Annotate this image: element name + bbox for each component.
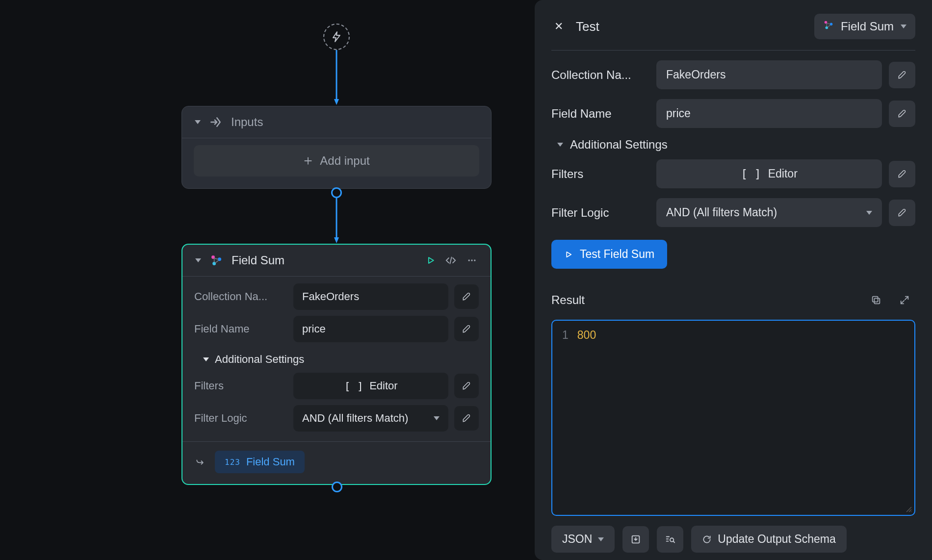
format-selector[interactable]: JSON: [551, 526, 615, 553]
result-line-number: 1: [562, 329, 569, 342]
test-panel: ✕ Test Field Sum Collection Na... Field …: [535, 0, 932, 560]
collection-name-input[interactable]: [293, 283, 448, 310]
filter-logic-select[interactable]: AND (All filters Match): [293, 405, 448, 432]
field-sum-node-title: Field Sum: [232, 254, 285, 267]
pencil-icon: [897, 208, 907, 218]
additional-settings-toggle[interactable]: Additional Settings: [194, 348, 479, 373]
play-icon: [564, 250, 573, 259]
output-field-sum-chip[interactable]: 123 Field Sum: [215, 451, 305, 473]
field-name-label: Field Name: [194, 323, 287, 335]
chevron-down-icon: [434, 416, 440, 420]
field-name-edit-button[interactable]: [454, 317, 479, 341]
filter-logic-edit-button[interactable]: [454, 406, 479, 431]
panel-collection-name-input[interactable]: [656, 60, 882, 89]
svg-point-8: [471, 259, 472, 261]
copy-icon: [871, 295, 881, 305]
field-name-row: Field Name: [194, 316, 479, 342]
workflow-canvas[interactable]: Inputs Add input: [0, 0, 530, 560]
trigger-node[interactable]: [323, 24, 350, 50]
expand-result-button[interactable]: [894, 289, 915, 311]
filter-logic-row: Filter Logic AND (All filters Match): [194, 405, 479, 432]
collection-name-edit-button[interactable]: [454, 284, 479, 309]
test-panel-title: Test: [576, 19, 599, 34]
pencil-icon: [462, 413, 471, 423]
panel-filters-edit-button[interactable]: [889, 161, 915, 187]
filters-label: Filters: [194, 380, 287, 392]
panel-collection-name-label: Collection Na...: [551, 68, 649, 82]
pencil-icon: [462, 292, 471, 302]
brackets-icon: [ ]: [344, 380, 363, 392]
field-sum-node[interactable]: Field Sum Collection Na... Field Name: [181, 244, 492, 485]
close-button[interactable]: ✕: [551, 20, 566, 33]
panel-filter-logic-select[interactable]: AND (All filters Match): [656, 198, 882, 227]
refresh-icon: [702, 535, 712, 544]
inspect-output-button[interactable]: [657, 526, 683, 553]
result-header: Result: [551, 289, 915, 311]
return-icon: [194, 456, 206, 468]
panel-filter-logic-row: Filter Logic AND (All filters Match): [551, 198, 915, 227]
filters-edit-button[interactable]: [454, 374, 479, 398]
panel-filter-logic-edit-button[interactable]: [889, 200, 915, 226]
test-field-sum-button[interactable]: Test Field Sum: [551, 240, 667, 269]
panel-field-name-edit-button[interactable]: [889, 101, 915, 127]
svg-marker-1: [334, 99, 339, 105]
field-sum-output-port[interactable]: [332, 482, 342, 492]
nodes-icon: [823, 20, 834, 33]
result-value: 800: [577, 329, 596, 342]
svg-point-7: [468, 259, 470, 261]
brackets-icon: [ ]: [741, 168, 761, 180]
svg-point-12: [826, 26, 828, 29]
chevron-down-icon: [598, 537, 604, 541]
pencil-icon: [462, 324, 471, 334]
add-input-button[interactable]: Add input: [194, 145, 479, 177]
result-title: Result: [551, 293, 858, 307]
update-output-schema-button[interactable]: Update Output Schema: [691, 526, 846, 553]
filters-editor-button[interactable]: [ ] Editor: [293, 373, 448, 399]
resize-handle-icon[interactable]: [906, 506, 912, 513]
inputs-node-header[interactable]: Inputs: [182, 106, 491, 138]
inputs-node[interactable]: Inputs Add input: [181, 106, 492, 189]
panel-collection-name-edit-button[interactable]: [889, 62, 915, 88]
inputs-output-port[interactable]: [331, 187, 342, 198]
panel-filters-label: Filters: [551, 167, 649, 181]
chevron-down-icon: [195, 258, 201, 262]
field-name-input[interactable]: [293, 316, 448, 342]
chevron-down-icon: [203, 357, 209, 361]
result-output[interactable]: 1 800: [551, 320, 915, 516]
copy-result-button[interactable]: [865, 289, 887, 311]
result-footer: JSON Update Output Sc: [551, 526, 915, 553]
node-selector[interactable]: Field Sum: [814, 14, 915, 39]
plus-icon: [303, 156, 313, 166]
panel-field-name-label: Field Name: [551, 107, 649, 121]
test-panel-header: ✕ Test Field Sum: [551, 14, 915, 51]
expand-icon: [899, 295, 910, 305]
field-sum-node-header[interactable]: Field Sum: [182, 245, 491, 277]
lightning-icon: [331, 31, 342, 43]
chevron-down-icon: [866, 211, 872, 215]
svg-rect-13: [874, 298, 880, 304]
nodes-icon: [210, 254, 223, 267]
code-icon[interactable]: [444, 255, 457, 265]
panel-collection-name-row: Collection Na...: [551, 60, 915, 89]
svg-point-9: [474, 259, 475, 261]
field-sum-node-footer: 123 Field Sum: [182, 441, 491, 484]
svg-rect-14: [873, 297, 878, 302]
close-icon: ✕: [554, 20, 563, 33]
chevron-down-icon: [901, 25, 906, 28]
panel-filters-editor-button[interactable]: [ ] Editor: [656, 159, 882, 188]
panel-filter-logic-label: Filter Logic: [551, 206, 649, 220]
number-icon: 123: [225, 458, 240, 467]
search-list-icon: [665, 534, 675, 545]
filters-row: Filters [ ] Editor: [194, 373, 479, 399]
save-icon: [630, 534, 641, 545]
chevron-down-icon: [195, 120, 201, 124]
panel-additional-settings-toggle[interactable]: Additional Settings: [551, 138, 915, 159]
pencil-icon: [897, 70, 907, 80]
pencil-icon: [897, 169, 907, 179]
inputs-icon: [209, 116, 222, 128]
panel-field-name-input[interactable]: [656, 99, 882, 128]
save-output-button[interactable]: [622, 526, 649, 553]
run-icon[interactable]: [426, 255, 436, 265]
chevron-down-icon: [557, 143, 563, 147]
more-icon[interactable]: [466, 255, 478, 265]
